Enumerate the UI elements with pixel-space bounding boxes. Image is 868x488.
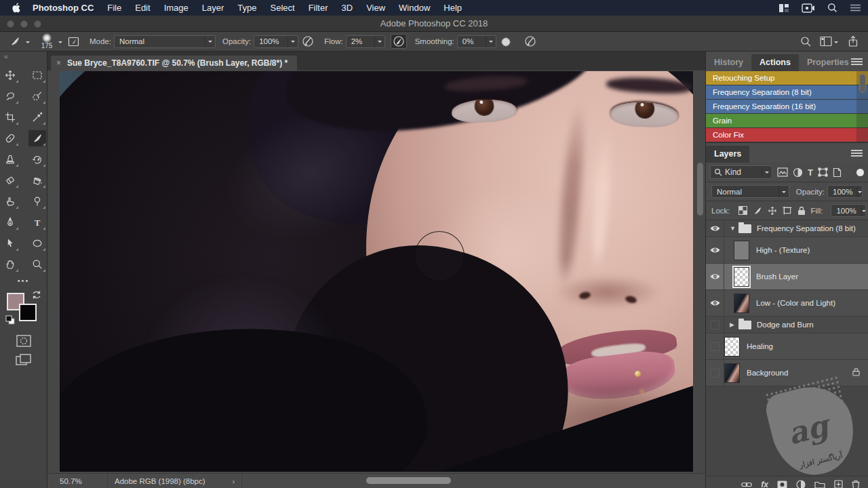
status-info[interactable]: Adobe RGB (1998) (8bpc) › bbox=[107, 474, 242, 488]
new-layer-icon[interactable] bbox=[834, 480, 843, 488]
menu-image[interactable]: Image bbox=[157, 3, 195, 13]
spotlight-search-icon[interactable] bbox=[827, 3, 837, 13]
action-frequency-separation-8-bit[interactable]: Frequency Separation (8 bit) bbox=[706, 85, 868, 99]
filter-smart-objects-icon[interactable] bbox=[833, 167, 842, 178]
visibility-hidden-box[interactable] bbox=[706, 360, 724, 386]
tab-history[interactable]: History bbox=[706, 54, 751, 71]
menu-view[interactable]: View bbox=[359, 3, 392, 13]
layer-name[interactable]: Healing bbox=[747, 342, 773, 350]
action-retouching-setup[interactable]: Retouching Setup bbox=[706, 71, 868, 85]
background-color-swatch[interactable] bbox=[19, 304, 37, 321]
canvas-image[interactable] bbox=[60, 71, 693, 472]
link-layers-icon[interactable] bbox=[741, 481, 752, 488]
add-adjustment-layer-icon[interactable] bbox=[796, 480, 806, 488]
collapse-tools-icon[interactable]: « bbox=[0, 52, 47, 62]
flow-select[interactable]: 2% bbox=[346, 35, 385, 48]
action-frequency-separation-16-bit[interactable]: Frequency Separation (16 bit) bbox=[706, 100, 868, 113]
action-grain[interactable]: Grain bbox=[706, 114, 868, 127]
layer-row-low-color-and-light[interactable]: Low - (Color and Light) bbox=[706, 290, 868, 317]
blend-mode-select[interactable]: Normal bbox=[114, 35, 216, 48]
filter-adjustment-layers-icon[interactable] bbox=[793, 167, 803, 178]
menu-photoshop-cc[interactable]: Photoshop CC bbox=[26, 3, 100, 13]
layer-opacity-select[interactable]: 100% bbox=[827, 185, 863, 198]
tool-preset-picker[interactable] bbox=[7, 34, 23, 49]
smoothing-select[interactable]: 0% bbox=[457, 35, 496, 48]
visibility-eye-icon[interactable] bbox=[706, 264, 724, 289]
layer-name[interactable]: Brush Layer bbox=[756, 272, 798, 281]
menu-3d[interactable]: 3D bbox=[335, 3, 360, 13]
layer-blend-mode-select[interactable]: Normal bbox=[711, 185, 789, 198]
lock-position-icon[interactable] bbox=[768, 206, 777, 216]
visibility-eye-icon[interactable] bbox=[706, 220, 724, 237]
swap-colors-icon[interactable] bbox=[31, 290, 42, 300]
clone-stamp-tool[interactable] bbox=[1, 151, 19, 167]
brush-picker-chevron[interactable] bbox=[58, 41, 62, 45]
group-expand-icon[interactable]: ▶ bbox=[730, 321, 736, 328]
lasso-tool[interactable] bbox=[1, 88, 19, 104]
toggle-brush-settings-panel[interactable] bbox=[65, 34, 81, 49]
tab-layers[interactable]: Layers bbox=[706, 146, 749, 163]
menu-file[interactable]: File bbox=[100, 3, 128, 13]
lock-artboard-icon[interactable] bbox=[783, 206, 792, 215]
layer-name[interactable]: High - (Texture) bbox=[756, 246, 810, 254]
pen-tool[interactable] bbox=[1, 214, 19, 230]
action-color-fix[interactable]: Color Fix bbox=[706, 128, 868, 142]
new-group-icon[interactable] bbox=[814, 481, 825, 488]
visibility-eye-icon[interactable] bbox=[706, 237, 724, 263]
apple-menu-icon[interactable] bbox=[12, 3, 22, 13]
filter-shape-layers-icon[interactable] bbox=[818, 167, 828, 177]
paint-bucket-tool[interactable] bbox=[28, 172, 46, 188]
delete-layer-icon[interactable] bbox=[852, 480, 860, 488]
actions-panel-menu-icon[interactable] bbox=[851, 57, 863, 66]
add-layer-mask-icon[interactable] bbox=[777, 481, 787, 488]
layer-row-healing[interactable]: Healing bbox=[706, 333, 868, 360]
menu-help[interactable]: Help bbox=[437, 3, 469, 13]
screen-record-icon[interactable] bbox=[802, 3, 815, 13]
pressure-opacity-icon[interactable] bbox=[300, 34, 316, 49]
layer-name[interactable]: Dodge and Burn bbox=[757, 321, 814, 329]
path-selection-tool[interactable] bbox=[1, 235, 19, 251]
eyedropper-tool[interactable] bbox=[28, 109, 46, 125]
dodge-tool[interactable] bbox=[28, 193, 46, 209]
layer-thumbnail[interactable] bbox=[734, 267, 749, 287]
history-brush-tool[interactable] bbox=[28, 151, 46, 167]
lock-image-icon[interactable] bbox=[753, 206, 762, 216]
smudge-tool[interactable] bbox=[1, 193, 19, 209]
tool-preset-chevron[interactable] bbox=[26, 41, 30, 45]
opacity-select[interactable]: 100% bbox=[254, 35, 298, 48]
hand-tool[interactable] bbox=[1, 256, 19, 272]
ellipse-shape-tool[interactable] bbox=[28, 235, 46, 251]
layer-name[interactable]: Frequency Separation (8 bit) bbox=[757, 224, 856, 232]
lock-all-icon[interactable] bbox=[797, 206, 806, 216]
zoom-level-field[interactable]: 50.7% bbox=[60, 477, 107, 485]
layer-name[interactable]: Low - (Color and Light) bbox=[756, 299, 835, 307]
move-tool[interactable] bbox=[1, 67, 19, 83]
layer-thumbnail[interactable] bbox=[734, 293, 749, 313]
visibility-eye-icon[interactable] bbox=[706, 290, 724, 316]
filter-type-layers-icon[interactable]: T bbox=[808, 167, 813, 178]
group-collapse-icon[interactable]: ▼ bbox=[730, 225, 736, 232]
workspace-switcher[interactable] bbox=[820, 36, 840, 47]
rectangular-marquee-tool[interactable] bbox=[28, 67, 46, 83]
quick-mask-icon[interactable] bbox=[16, 335, 31, 347]
layers-panel-menu-icon[interactable] bbox=[851, 148, 863, 158]
search-icon[interactable] bbox=[800, 36, 812, 47]
filter-kind-select[interactable]: Kind bbox=[710, 165, 772, 179]
tab-properties[interactable]: Properties bbox=[799, 54, 857, 71]
brush-preset-picker[interactable]: 175 bbox=[37, 33, 57, 49]
menu-type[interactable]: Type bbox=[231, 3, 263, 13]
layer-name[interactable]: Background bbox=[747, 369, 788, 377]
filter-pixel-layers-icon[interactable] bbox=[777, 167, 788, 177]
control-list-icon[interactable] bbox=[850, 3, 861, 12]
eraser-tool[interactable] bbox=[1, 172, 19, 188]
canvas-vertical-scrollbar[interactable] bbox=[697, 163, 703, 216]
layer-style-fx-icon[interactable]: fx bbox=[761, 480, 768, 488]
menu-layer[interactable]: Layer bbox=[195, 3, 231, 13]
spot-healing-brush-tool[interactable] bbox=[1, 130, 19, 146]
actions-scrollbar[interactable] bbox=[856, 71, 868, 143]
canvas-horizontal-scrollbar[interactable] bbox=[366, 477, 451, 484]
layer-thumbnail[interactable] bbox=[724, 337, 740, 357]
visibility-hidden-box[interactable] bbox=[706, 317, 724, 333]
layer-filtering-toggle[interactable] bbox=[856, 169, 864, 176]
menu-edit[interactable]: Edit bbox=[128, 3, 157, 13]
